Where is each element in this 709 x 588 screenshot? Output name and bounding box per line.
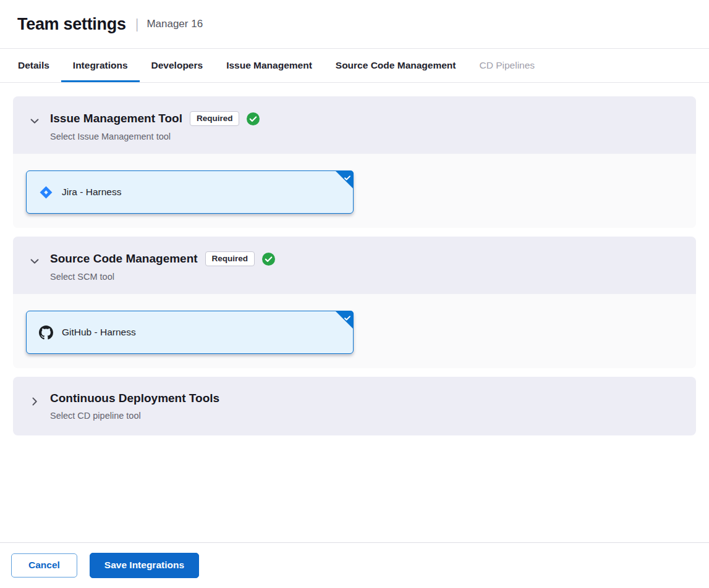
tool-card-label: GitHub - Harness [62,327,136,338]
footer-action-bar: Cancel Save Integrations [0,542,709,588]
selected-check-icon [344,313,351,324]
section-title: Continuous Deployment Tools [50,392,219,405]
tab-bar: Details Integrations Developers Issue Ma… [0,48,709,83]
section-scm-header[interactable]: Source Code Management Required Select S… [13,237,696,294]
section-scm-body: GitHub - Harness [13,294,696,368]
save-integrations-button[interactable]: Save Integrations [90,553,199,578]
section-source-code-management: Source Code Management Required Select S… [13,237,696,368]
chevron-right-icon[interactable] [29,396,40,407]
section-subtitle: Select CD pipeline tool [50,411,219,421]
integrations-content: Issue Management Tool Required Select Is… [0,83,709,542]
tab-cd-pipelines: CD Pipelines [467,49,546,82]
section-issue-management-header[interactable]: Issue Management Tool Required Select Is… [13,96,696,154]
check-circle-icon [262,253,275,266]
selected-check-icon [344,173,351,184]
section-continuous-deployment-tools: Continuous Deployment Tools Select CD pi… [13,377,696,435]
tab-integrations[interactable]: Integrations [61,49,140,82]
section-subtitle: Select SCM tool [50,272,275,282]
required-badge: Required [205,251,255,266]
jira-icon [39,185,53,200]
chevron-down-icon[interactable] [29,116,40,127]
tab-details[interactable]: Details [6,49,61,82]
section-issue-management-tool: Issue Management Tool Required Select Is… [13,96,696,228]
github-icon [39,326,53,340]
section-title: Issue Management Tool [50,112,182,125]
tool-card-label: Jira - Harness [62,187,121,198]
tab-source-code-management[interactable]: Source Code Management [324,49,468,82]
tool-card-github[interactable]: GitHub - Harness [26,311,354,354]
cancel-button[interactable]: Cancel [11,553,77,578]
tab-issue-management[interactable]: Issue Management [214,49,324,82]
tab-developers[interactable]: Developers [140,49,215,82]
check-circle-icon [247,112,260,125]
section-subtitle: Select Issue Management tool [50,132,260,141]
page-title: Team settings [17,15,126,34]
team-name-subtitle: Manager 16 [146,18,203,30]
tool-card-jira[interactable]: Jira - Harness [26,170,354,214]
section-title: Source Code Management [50,252,198,266]
required-badge: Required [190,111,240,126]
section-cd-header[interactable]: Continuous Deployment Tools Select CD pi… [13,377,696,435]
chevron-down-icon[interactable] [29,256,40,267]
title-separator: | [135,16,139,32]
page-header: Team settings | Manager 16 [0,0,709,48]
section-issue-management-body: Jira - Harness [13,154,696,228]
